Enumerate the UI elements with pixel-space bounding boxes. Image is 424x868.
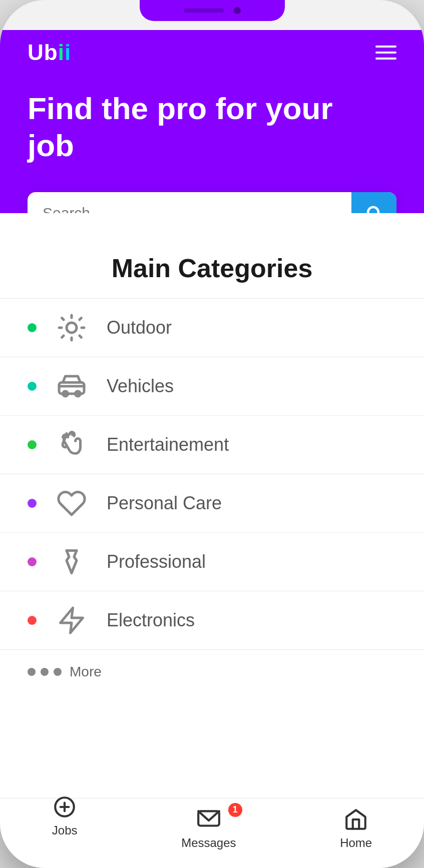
menu-line-2: [375, 52, 396, 54]
category-item-personal-care[interactable]: Personal Care: [0, 474, 424, 532]
category-item-professional[interactable]: Professional: [0, 532, 424, 591]
bolt-icon: [57, 605, 87, 635]
svg-line-10: [80, 318, 82, 320]
electronics-icon-wrap: [52, 605, 92, 635]
dot-electronics: [28, 616, 37, 625]
svg-marker-16: [61, 608, 83, 633]
dot-vehicles: [28, 382, 37, 391]
professional-label: Professional: [107, 551, 206, 572]
section-title: Main Categories: [0, 253, 424, 283]
more-label: More: [70, 664, 102, 680]
svg-line-5: [62, 318, 64, 320]
svg-line-6: [80, 336, 82, 338]
personal-care-icon-wrap: [52, 488, 92, 518]
dot-outdoor: [28, 323, 37, 332]
more-section[interactable]: More: [0, 650, 424, 694]
category-item-outdoor[interactable]: Outdoor: [0, 298, 424, 357]
category-list: Outdoor Vehicles: [0, 298, 424, 650]
more-dot-1: [28, 668, 36, 676]
car-icon: [57, 371, 87, 401]
menu-line-3: [375, 58, 396, 60]
menu-line-1: [375, 46, 396, 48]
notch: [140, 0, 285, 21]
messages-label: Messages: [181, 836, 236, 850]
header-top: Ubii: [28, 40, 396, 65]
personal-care-label: Personal Care: [107, 493, 222, 514]
heart-icon: [57, 488, 87, 518]
dot-personal-care: [28, 499, 37, 508]
entertainment-icon-wrap: [52, 430, 92, 460]
more-dot-2: [41, 668, 49, 676]
menu-button[interactable]: [375, 46, 396, 60]
category-item-vehicles[interactable]: Vehicles: [0, 357, 424, 415]
nav-jobs[interactable]: Jobs: [52, 819, 78, 837]
speaker: [184, 9, 224, 13]
bottom-nav: Jobs 1 Messages Home: [0, 798, 424, 868]
home-icon: [343, 807, 368, 832]
app-logo: Ubii: [28, 40, 71, 65]
phone-frame: Ubii Find the pro for your job: [0, 0, 424, 868]
dot-entertainment: [28, 440, 37, 449]
category-item-electronics[interactable]: Electronics: [0, 591, 424, 650]
category-item-entertainment[interactable]: Entertainement: [0, 415, 424, 474]
messages-icon: [196, 807, 221, 832]
phone-top-bar: [0, 0, 424, 30]
camera: [234, 7, 241, 14]
tie-icon: [57, 547, 87, 577]
app-header: Ubii Find the pro for your job: [0, 30, 424, 213]
home-label: Home: [340, 836, 372, 850]
outdoor-label: Outdoor: [107, 317, 172, 338]
outdoor-icon-wrap: [52, 313, 92, 343]
professional-icon-wrap: [52, 547, 92, 577]
logo-dot2: i: [65, 40, 71, 65]
entertainment-label: Entertainement: [107, 434, 229, 455]
svg-line-9: [62, 336, 64, 338]
more-dot-3: [54, 668, 62, 676]
nav-home[interactable]: Home: [340, 807, 372, 850]
vehicles-icon-wrap: [52, 371, 92, 401]
jobs-plus-icon: [52, 794, 77, 819]
main-content: Main Categories: [0, 213, 424, 798]
hero-title: Find the pro for your job: [28, 90, 396, 165]
logo-dot1: i: [58, 40, 65, 65]
clapping-hands-icon: [57, 430, 87, 460]
messages-badge: 1: [228, 803, 242, 817]
dot-professional: [28, 557, 37, 566]
vehicles-label: Vehicles: [107, 376, 174, 397]
electronics-label: Electronics: [107, 610, 195, 631]
sun-icon: [57, 313, 87, 343]
nav-messages[interactable]: 1 Messages: [181, 807, 236, 850]
jobs-label: Jobs: [52, 823, 78, 837]
svg-point-2: [67, 323, 77, 333]
